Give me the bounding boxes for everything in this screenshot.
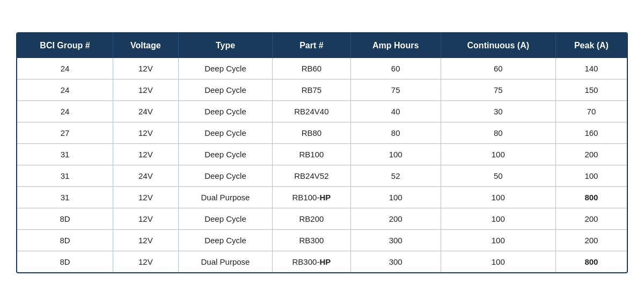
cell-part: RB80 (273, 122, 350, 143)
cell-bci: 31 (17, 165, 113, 186)
cell-bci: 8D (17, 251, 113, 272)
cell-amp-hours: 200 (350, 208, 441, 229)
cell-part: RB300 (273, 229, 350, 251)
col-header-voltage: Voltage (113, 33, 179, 58)
cell-type: Deep Cycle (178, 58, 272, 79)
cell-peak: 200 (555, 143, 627, 165)
cell-type: Deep Cycle (178, 79, 272, 100)
cell-continuous: 100 (441, 208, 555, 229)
cell-bci: 27 (17, 122, 113, 143)
cell-continuous: 80 (441, 122, 555, 143)
cell-amp-hours: 60 (350, 58, 441, 79)
cell-voltage: 12V (113, 208, 179, 229)
cell-voltage: 24V (113, 100, 179, 122)
cell-peak: 800 (555, 251, 627, 272)
battery-table: BCI Group # Voltage Type Part # Amp Hour… (17, 33, 627, 272)
table-row: 2412VDeep CycleRB606060140 (17, 58, 627, 79)
cell-type: Deep Cycle (178, 208, 272, 229)
cell-type: Deep Cycle (178, 143, 272, 165)
col-header-type: Type (178, 33, 272, 58)
cell-bci: 8D (17, 229, 113, 251)
cell-bci: 24 (17, 100, 113, 122)
cell-continuous: 30 (441, 100, 555, 122)
cell-type: Deep Cycle (178, 122, 272, 143)
cell-continuous: 100 (441, 186, 555, 208)
cell-bci: 24 (17, 58, 113, 79)
table-row: 3124VDeep CycleRB24V525250100 (17, 165, 627, 186)
cell-voltage: 12V (113, 229, 179, 251)
cell-continuous: 60 (441, 58, 555, 79)
cell-part: RB300-HP (273, 251, 350, 272)
cell-peak: 200 (555, 208, 627, 229)
cell-type: Deep Cycle (178, 165, 272, 186)
table-row: 3112VDual PurposeRB100-HP100100800 (17, 186, 627, 208)
table-row: 2424VDeep CycleRB24V40403070 (17, 100, 627, 122)
cell-amp-hours: 80 (350, 122, 441, 143)
table-row: 2412VDeep CycleRB757575150 (17, 79, 627, 100)
col-header-peak: Peak (A) (555, 33, 627, 58)
cell-part: RB200 (273, 208, 350, 229)
cell-amp-hours: 300 (350, 229, 441, 251)
cell-peak: 140 (555, 58, 627, 79)
table-row: 2712VDeep CycleRB808080160 (17, 122, 627, 143)
cell-part: RB24V52 (273, 165, 350, 186)
cell-peak: 100 (555, 165, 627, 186)
cell-amp-hours: 100 (350, 186, 441, 208)
cell-amp-hours: 52 (350, 165, 441, 186)
cell-voltage: 12V (113, 143, 179, 165)
cell-voltage: 24V (113, 165, 179, 186)
cell-continuous: 75 (441, 79, 555, 100)
cell-type: Deep Cycle (178, 100, 272, 122)
cell-bci: 31 (17, 143, 113, 165)
cell-voltage: 12V (113, 58, 179, 79)
col-header-part: Part # (273, 33, 350, 58)
cell-voltage: 12V (113, 122, 179, 143)
table-row: 8D12VDual PurposeRB300-HP300100800 (17, 251, 627, 272)
cell-amp-hours: 75 (350, 79, 441, 100)
cell-continuous: 100 (441, 251, 555, 272)
cell-part: RB75 (273, 79, 350, 100)
cell-bci: 8D (17, 208, 113, 229)
cell-part: RB60 (273, 58, 350, 79)
table-row: 8D12VDeep CycleRB200200100200 (17, 208, 627, 229)
cell-continuous: 100 (441, 143, 555, 165)
cell-peak: 150 (555, 79, 627, 100)
cell-peak: 200 (555, 229, 627, 251)
cell-amp-hours: 300 (350, 251, 441, 272)
cell-amp-hours: 100 (350, 143, 441, 165)
col-header-amp-hours: Amp Hours (350, 33, 441, 58)
table-row: 3112VDeep CycleRB100100100200 (17, 143, 627, 165)
cell-type: Deep Cycle (178, 229, 272, 251)
cell-peak: 160 (555, 122, 627, 143)
cell-bci: 24 (17, 79, 113, 100)
cell-part: RB100 (273, 143, 350, 165)
cell-continuous: 50 (441, 165, 555, 186)
cell-part: RB24V40 (273, 100, 350, 122)
cell-voltage: 12V (113, 251, 179, 272)
cell-continuous: 100 (441, 229, 555, 251)
col-header-continuous: Continuous (A) (441, 33, 555, 58)
cell-type: Dual Purpose (178, 186, 272, 208)
cell-part: RB100-HP (273, 186, 350, 208)
cell-type: Dual Purpose (178, 251, 272, 272)
cell-peak: 800 (555, 186, 627, 208)
battery-table-container: BCI Group # Voltage Type Part # Amp Hour… (16, 32, 628, 273)
cell-bci: 31 (17, 186, 113, 208)
cell-amp-hours: 40 (350, 100, 441, 122)
cell-voltage: 12V (113, 79, 179, 100)
table-row: 8D12VDeep CycleRB300300100200 (17, 229, 627, 251)
table-header-row: BCI Group # Voltage Type Part # Amp Hour… (17, 33, 627, 58)
cell-peak: 70 (555, 100, 627, 122)
cell-voltage: 12V (113, 186, 179, 208)
col-header-bci: BCI Group # (17, 33, 113, 58)
